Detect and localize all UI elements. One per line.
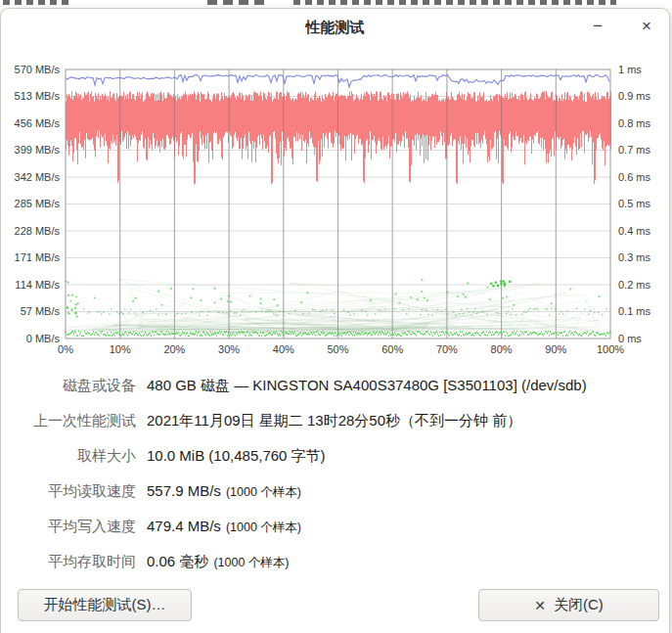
svg-text:60%: 60% bbox=[381, 343, 403, 355]
close-icon[interactable]: × bbox=[632, 12, 661, 41]
svg-text:0.1 ms: 0.1 ms bbox=[618, 305, 651, 317]
detail-label: 平均存取时间 bbox=[1, 553, 136, 571]
benchmark-chart: 570 MB/s513 MB/s456 MB/s399 MB/s342 MB/s… bbox=[1, 52, 672, 367]
svg-text:1 ms: 1 ms bbox=[618, 64, 642, 75]
close-button-label: 关闭(C) bbox=[554, 596, 604, 614]
detail-value: 557.9 MB/s bbox=[147, 482, 221, 499]
background-text-fragment bbox=[3, 0, 71, 5]
detail-value: 0.06 毫秒 bbox=[147, 553, 208, 571]
svg-text:0.9 ms: 0.9 ms bbox=[618, 90, 651, 102]
start-benchmark-button[interactable]: 开始性能测试(S)… bbox=[18, 589, 192, 621]
svg-text:342 MB/s: 342 MB/s bbox=[15, 171, 61, 183]
svg-text:0.7 ms: 0.7 ms bbox=[618, 144, 651, 156]
chart-canvas: 570 MB/s513 MB/s456 MB/s399 MB/s342 MB/s… bbox=[1, 52, 672, 367]
detail-value: 479.4 MB/s bbox=[147, 518, 221, 534]
detail-label: 磁盘或设备 bbox=[1, 377, 136, 395]
close-button[interactable]: ✕ 关闭(C) bbox=[478, 589, 659, 621]
start-benchmark-label: 开始性能测试(S)… bbox=[44, 596, 166, 614]
detail-note: (1000 个样本) bbox=[213, 555, 289, 571]
svg-text:171 MB/s: 171 MB/s bbox=[15, 251, 61, 263]
svg-text:0 ms: 0 ms bbox=[618, 333, 642, 344]
svg-text:114 MB/s: 114 MB/s bbox=[15, 279, 60, 291]
detail-label: 平均写入速度 bbox=[1, 518, 136, 536]
detail-row-read-rate: 平均读取速度 557.9 MB/s (1000 个样本) bbox=[1, 482, 666, 501]
svg-text:0 MB/s: 0 MB/s bbox=[26, 333, 61, 344]
detail-value: 10.0 MiB (10,485,760 字节) bbox=[147, 447, 326, 466]
detail-row-write-rate: 平均写入速度 479.4 MB/s (1000 个样本) bbox=[1, 518, 666, 536]
dialog-title: 性能测试 bbox=[306, 19, 365, 37]
background-text-fragment bbox=[293, 0, 616, 5]
svg-text:80%: 80% bbox=[491, 343, 513, 355]
svg-text:513 MB/s: 513 MB/s bbox=[15, 90, 61, 102]
detail-row-disk: 磁盘或设备 480 GB 磁盘 — KINGSTON SA400S37480G … bbox=[1, 377, 666, 395]
svg-text:285 MB/s: 285 MB/s bbox=[15, 198, 61, 209]
svg-text:70%: 70% bbox=[436, 343, 458, 355]
detail-row-sample-size: 取样大小 10.0 MiB (10,485,760 字节) bbox=[1, 447, 666, 466]
detail-row-last-benchmark: 上一次性能测试 2021年11月09日 星期二 13时28分50秒（不到一分钟 … bbox=[1, 412, 666, 430]
detail-label: 上一次性能测试 bbox=[1, 412, 136, 430]
minimize-icon[interactable]: − bbox=[583, 12, 612, 41]
detail-value: 480 GB 磁盘 — KINGSTON SA400S37480G [S3501… bbox=[147, 377, 587, 395]
svg-text:228 MB/s: 228 MB/s bbox=[15, 225, 61, 237]
svg-text:456 MB/s: 456 MB/s bbox=[15, 117, 61, 129]
svg-text:100%: 100% bbox=[597, 343, 624, 355]
svg-text:0.3 ms: 0.3 ms bbox=[618, 251, 651, 263]
svg-text:0.8 ms: 0.8 ms bbox=[618, 117, 651, 129]
detail-value: 2021年11月09日 星期二 13时28分50秒（不到一分钟 前） bbox=[147, 412, 521, 430]
detail-label: 平均读取速度 bbox=[1, 482, 136, 501]
svg-text:50%: 50% bbox=[327, 343, 348, 355]
svg-text:0.6 ms: 0.6 ms bbox=[618, 171, 651, 183]
svg-text:30%: 30% bbox=[218, 343, 240, 355]
titlebar: 性能测试 − × bbox=[1, 9, 669, 46]
svg-text:0%: 0% bbox=[58, 343, 73, 355]
svg-text:10%: 10% bbox=[110, 343, 131, 355]
benchmark-dialog: 性能测试 − × 570 MB/s513 MB/s456 MB/s399 MB/… bbox=[0, 8, 670, 633]
background-text-fragment bbox=[207, 0, 266, 5]
svg-text:0.5 ms: 0.5 ms bbox=[618, 198, 651, 209]
close-x-icon: ✕ bbox=[534, 598, 546, 613]
detail-note: (1000 个样本) bbox=[226, 520, 301, 536]
svg-text:570 MB/s: 570 MB/s bbox=[15, 64, 61, 75]
detail-note: (1000 个样本) bbox=[226, 484, 301, 501]
svg-text:0.2 ms: 0.2 ms bbox=[618, 279, 651, 291]
svg-text:40%: 40% bbox=[273, 343, 294, 355]
svg-text:399 MB/s: 399 MB/s bbox=[15, 144, 61, 156]
background-window-edge bbox=[0, 0, 672, 8]
svg-text:20%: 20% bbox=[163, 343, 185, 355]
svg-text:57 MB/s: 57 MB/s bbox=[21, 305, 61, 317]
detail-row-access-time: 平均存取时间 0.06 毫秒 (1000 个样本) bbox=[1, 553, 666, 571]
svg-text:0.4 ms: 0.4 ms bbox=[618, 225, 651, 237]
svg-text:90%: 90% bbox=[545, 343, 566, 355]
detail-label: 取样大小 bbox=[1, 447, 136, 466]
